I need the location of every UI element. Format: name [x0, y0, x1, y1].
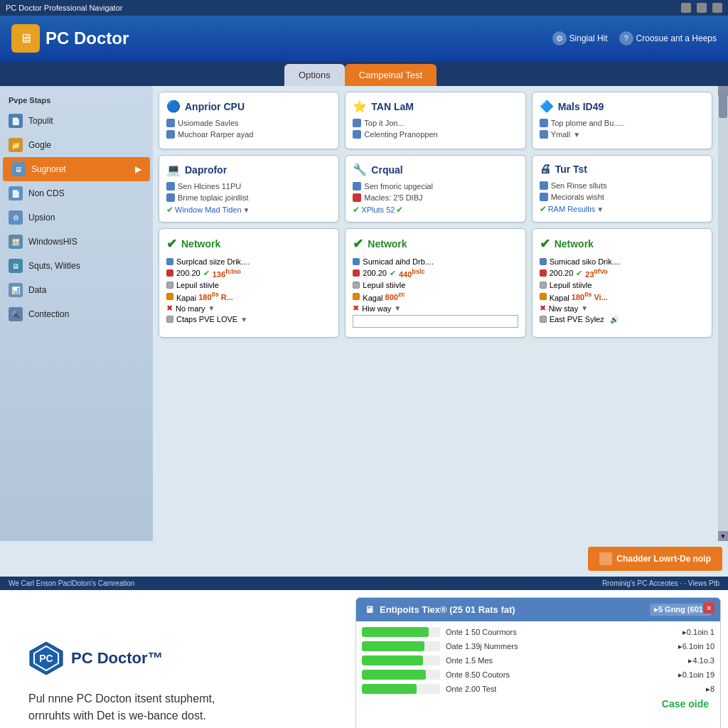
- net1-row5: ✖ No mary ▼: [166, 304, 331, 313]
- mals-item-icon-1: [540, 119, 548, 127]
- bottom-bar: We Carl Enson PaclDoton's Camreation Rro…: [0, 577, 728, 590]
- sidebar-item-topulit[interactable]: 📄 Topulit: [0, 109, 153, 133]
- panel-header: 🖥 Entipoits Tiex® (25 01 Rats fat) ▸5 Gn…: [356, 598, 720, 621]
- progress-value-3: ▸4.1o.3: [688, 656, 714, 665]
- crqual-item-1: Sen fmoric upgecial: [353, 182, 518, 191]
- net1-row1: Surplcad siize Drik....: [166, 257, 331, 266]
- help-btn[interactable]: ? Croosue ant a Heeps: [619, 31, 717, 46]
- cpu-icon: 🔵: [166, 100, 181, 113]
- maximize-btn[interactable]: [697, 3, 707, 13]
- sidebar-item-sugnoret[interactable]: 🖥 Sugnoret ▶: [3, 157, 150, 181]
- daprofor-dropdown[interactable]: ✔ Window Mad Tiden ▼: [166, 205, 331, 215]
- tan-item-icon-1: [353, 119, 361, 127]
- net3-row1: Sumicad siko Drik....: [540, 257, 705, 266]
- sidebar-item-data[interactable]: 📊 Data: [0, 278, 153, 302]
- title-bar-controls: [681, 3, 722, 13]
- title-bar: PC Doctor Professional Navigator: [0, 0, 728, 16]
- net3-row3: Lepuil stiivle: [540, 281, 705, 289]
- windowshis-icon: 🪟: [9, 235, 23, 249]
- panel-badge: ▸5 Gnng (601s: [650, 604, 712, 616]
- card-network-2: ✔ Network Sumicad aihd Drb.... 200.20 ✔ …: [345, 228, 525, 338]
- daprofor-link[interactable]: Window Mad Tiden: [175, 205, 242, 214]
- net3-row5: ✖ Niw stay ▼: [540, 304, 705, 313]
- panel-close-btn[interactable]: ✕: [703, 602, 714, 614]
- panel-header-icon: 🖥: [365, 604, 374, 615]
- sidebar-label-upsion: Upsion: [28, 213, 55, 223]
- lower-left: PC PC Doctor™ Pul nnne PC Docton itsent …: [0, 590, 348, 728]
- net1-row4: Kapai 1800s R...: [166, 291, 331, 302]
- progress-value-2: ▸6.1oin 10: [678, 642, 714, 651]
- turtst-item-1: Sen Rinse slluts: [540, 181, 705, 190]
- content-area: 🔵 Anprior CPU Usiomade Savles Muchoar Ra…: [153, 86, 718, 541]
- progress-label-5: Onte 2.00 Test: [446, 685, 700, 693]
- singial-hit-btn[interactable]: ⚙ Singial Hit: [552, 31, 608, 46]
- sidebar-item-upsion[interactable]: ⚙ Upsion: [0, 205, 153, 230]
- scrollbar-thumb[interactable]: [719, 90, 727, 118]
- net2-input[interactable]: [353, 315, 518, 328]
- mals-icon: 🔷: [540, 100, 554, 113]
- cpu-item-1: Usiomade Savles: [166, 119, 331, 127]
- cpu-item-2: Muchoar Rarper ayad: [166, 130, 331, 139]
- action-button[interactable]: Chadder Lowrt-De noip: [588, 547, 722, 571]
- turtst-link[interactable]: RAM Resultis: [548, 205, 596, 213]
- topulit-icon: 📄: [9, 114, 23, 128]
- tan-item-2: Celenting Pranoppen: [353, 130, 518, 139]
- sidebar-item-non-cds[interactable]: 📄 Non CDS: [0, 181, 153, 205]
- sidebar-item-contection[interactable]: 🔌 Contection: [0, 302, 153, 326]
- tan-title: TAN LaM: [371, 101, 414, 112]
- network2-title: Network: [368, 238, 407, 250]
- sidebar-label-squts: Squts, Wiitles: [28, 261, 80, 271]
- bottom-right: Rrominig's PC Acceotes · · Views Ptb: [602, 579, 719, 587]
- scroll-down-btn[interactable]: ▼: [718, 531, 728, 541]
- turtst-item-2: Meciorals wisht: [540, 193, 705, 201]
- progress-row-1: Onte 1 50 Courmors ▸0.1oin 1: [362, 627, 714, 637]
- bottom-left: We Carl Enson PaclDoton's Camreation: [9, 579, 134, 587]
- tan-item-1: Top it Jon...: [353, 119, 518, 127]
- crqual-link[interactable]: XPluts 52: [361, 205, 395, 214]
- progress-row-2: Oate 1.39j Nummers ▸6.1oin 10: [362, 641, 714, 651]
- progress-row-4: Onte 8.50 Coutors ▸0.1oin 19: [362, 670, 714, 680]
- card-crqual: 🔧 Crqual Sen fmoric upgecial Macles: 2'5…: [345, 155, 525, 223]
- net2-row5: ✖ Hiw way ▼: [353, 304, 518, 313]
- minimize-btn[interactable]: [681, 3, 691, 13]
- net2-input-row: [353, 315, 518, 328]
- card-grid: 🔵 Anprior CPU Usiomade Savles Muchoar Ra…: [159, 92, 712, 338]
- sidebar-item-squts-wiitles[interactable]: 🖥 Squts, Wiitles: [0, 254, 153, 278]
- network3-title: Network: [555, 238, 594, 250]
- card-title-network1: ✔ Network: [166, 236, 331, 252]
- net3-row2: 200.20 ✔ 230fVo: [540, 268, 705, 279]
- tan-icon: ⭐: [353, 100, 367, 113]
- sidebar-item-windowshis[interactable]: 🪟 WindowsHIS: [0, 230, 153, 254]
- sidebar-label-data: Data: [28, 285, 46, 295]
- lower-logo-text: PC Doctor™: [71, 649, 164, 668]
- turtst-dropdown[interactable]: ✔ RAM Resultis ▼: [540, 204, 705, 214]
- mals-dropdown-arrow[interactable]: ▼: [573, 131, 580, 139]
- sidebar-item-gogle[interactable]: 📁 Gogle: [0, 133, 153, 157]
- tab-options[interactable]: Options: [284, 64, 345, 86]
- card-title-daprofor: 💻 Daprofor: [166, 163, 331, 176]
- progress-bar-fill-2: [362, 641, 424, 651]
- ease-btn-area: Case oide: [362, 698, 714, 710]
- cpu-title: Anprior CPU: [185, 101, 245, 112]
- progress-bar-fill-5: [362, 684, 417, 694]
- card-network-3: ✔ Network Sumicad siko Drik.... 200.20 ✔…: [532, 228, 712, 338]
- mals-item-2: Ymall ▼: [540, 130, 705, 139]
- progress-bar-fill-4: [362, 670, 426, 680]
- crqual-dropdown[interactable]: ✔ XPluts 52 ✔: [353, 205, 518, 215]
- turtst-check: ✔: [540, 204, 547, 214]
- ease-btn[interactable]: Case oide: [656, 695, 714, 712]
- logo-icon: 🖥: [11, 24, 40, 53]
- action-btn-icon: [599, 552, 612, 565]
- net2-row2: 200.20 ✔ 440bslc: [353, 268, 518, 279]
- upsion-icon: ⚙: [9, 210, 23, 225]
- squts-icon: 🖥: [9, 259, 23, 273]
- daprofor-drop-arrow[interactable]: ▼: [243, 206, 250, 214]
- progress-bar-wrap-3: [362, 655, 440, 665]
- progress-bar-fill-3: [362, 655, 423, 665]
- tab-test[interactable]: Campeinal Test: [345, 64, 437, 86]
- net2-row4: Kagal 800zc: [353, 291, 518, 302]
- lower-logo-icon: PC: [28, 641, 64, 676]
- close-btn[interactable]: [712, 3, 722, 13]
- turtst-drop-arrow[interactable]: ▼: [596, 205, 604, 213]
- daprofor-check: ✔: [166, 205, 173, 215]
